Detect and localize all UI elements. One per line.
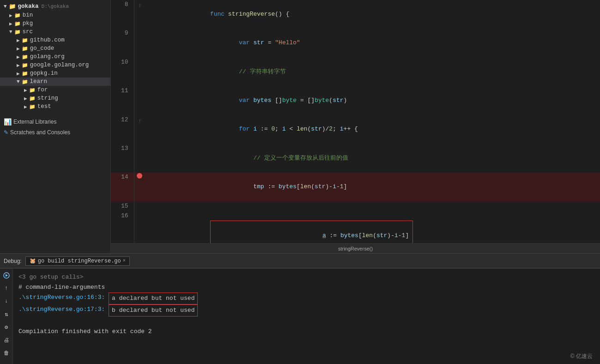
code-line-16: 16 a := bytes[len(str)-i-1] <box>111 211 600 243</box>
debug-output[interactable]: <3 go setup calls> # command-line-argume… <box>13 269 600 364</box>
code-line-13: 13 // 定义一个变量存放从后往前的值 <box>111 144 600 173</box>
debug-output-line-6: Compilation finished with exit code 2 <box>18 327 594 337</box>
sidebar-item-src[interactable]: ▼ 📁 src <box>0 28 110 36</box>
sidebar-label-test: test <box>37 103 51 110</box>
string-expand-icon: ▶ <box>24 95 27 101</box>
debug-output-line-5 <box>18 316 594 327</box>
sidebar-item-string[interactable]: ▶ 📁 string <box>0 94 110 102</box>
code-line-9: 9 var str = "Hello" <box>111 29 600 57</box>
debug-tabs-bar: Debug: 🐹 go build stringReverse.go × <box>0 254 600 269</box>
src-folder-icon: 📁 <box>14 29 21 35</box>
debug-label: Debug: <box>4 258 22 264</box>
github-folder-icon: 📁 <box>22 37 28 43</box>
sidebar-item-test[interactable]: ▶ 📁 test <box>0 102 110 111</box>
debug-up-button[interactable]: ↑ <box>1 283 12 293</box>
debug-output-line-4: .\stringReverse.go:17:3: b declared but … <box>18 304 594 316</box>
sidebar-label-learn: learn <box>30 78 48 85</box>
sidebar-item-gocode[interactable]: ▶ 📁 go_code <box>0 44 110 53</box>
debug-toolbar: ↑ ↓ ⇅ ⚙ 🖨 🗑 <box>0 269 13 364</box>
code-line-8: 8 ┌ func stringReverse() { <box>111 0 600 29</box>
code-line-15: 15 <box>111 202 600 211</box>
sidebar-project-root[interactable]: ▼ 📁 gokaka D:\gokaka <box>0 2 110 11</box>
debug-output-line-2: # command-line-arguments <box>18 282 594 292</box>
line-num-14: 14 <box>111 173 134 201</box>
project-name: gokaka <box>18 3 39 10</box>
code-line-14: 14 tmp := bytes[len(str)-i-1] <box>111 173 600 201</box>
line-code-8: func stringReverse() { <box>145 0 600 29</box>
sidebar-item-bin[interactable]: ▶ 📁 bin <box>0 11 110 19</box>
line-num-16: 16 <box>111 211 134 243</box>
line-code-10: // 字符串转字节 <box>145 58 600 86</box>
error-message-17: b declared but not used <box>109 304 198 316</box>
line-gutter-10 <box>134 58 145 86</box>
debug-tab-close[interactable]: × <box>123 258 126 263</box>
error-path-17: .\stringReverse.go:17:3: <box>18 304 105 315</box>
sidebar-label-golang: golang.org <box>30 54 65 60</box>
sidebar-label-external-libraries: External Libraries <box>13 119 56 125</box>
learn-expand-icon: ▼ <box>17 79 20 84</box>
sidebar-label-gocode: go_code <box>30 45 55 52</box>
sidebar-label-string: string <box>37 95 58 101</box>
golang-expand-icon: ▶ <box>17 54 20 60</box>
debug-print-button[interactable]: 🖨 <box>1 335 12 345</box>
debug-rerun-button[interactable] <box>1 270 12 280</box>
watermark-text: © 亿速云 <box>570 353 593 359</box>
editor-area: 8 ┌ func stringReverse() { 9 <box>111 0 600 253</box>
line-num-13: 13 <box>111 144 134 173</box>
bin-folder-icon: 📁 <box>14 12 21 18</box>
sidebar: ▼ 📁 gokaka D:\gokaka ▶ 📁 bin ▶ 📁 pkg ▼ 📁… <box>0 0 111 253</box>
sidebar-item-pkg[interactable]: ▶ 📁 pkg <box>0 19 110 28</box>
gocode-expand-icon: ▶ <box>17 46 20 52</box>
sidebar-item-learn[interactable]: ▼ 📁 learn <box>0 78 110 86</box>
line-gutter-16 <box>134 211 145 243</box>
command-line-args-text: # command-line-arguments <box>18 282 105 292</box>
sidebar-label-src: src <box>23 29 33 35</box>
debug-sort-button[interactable]: ⇅ <box>1 309 12 319</box>
line-num-12: 12 <box>111 115 134 144</box>
pkg-folder-icon: 📁 <box>14 21 21 27</box>
editor-tab-bar: stringReverse() <box>111 243 600 253</box>
line-code-15 <box>145 202 600 211</box>
line-code-16: a := bytes[len(str)-i-1] <box>145 211 600 243</box>
sidebar-item-golang[interactable]: ▶ 📁 golang.org <box>0 53 110 61</box>
debug-output-line-1: <3 go setup calls> <box>18 272 594 282</box>
line-gutter-11 <box>134 86 145 115</box>
learn-folder-icon: 📁 <box>22 79 28 85</box>
watermark: © 亿速云 <box>570 352 593 360</box>
svg-marker-1 <box>6 274 8 277</box>
breakpoint-14[interactable] <box>137 173 142 179</box>
sidebar-item-github[interactable]: ▶ 📁 github.com <box>0 36 110 44</box>
sidebar-item-for[interactable]: ▶ 📁 for <box>0 86 110 94</box>
pkg-expand-icon: ▶ <box>9 21 12 27</box>
gopkg-folder-icon: 📁 <box>22 71 28 77</box>
ext-lib-graph-icon: 📊 <box>4 118 12 125</box>
test-folder-icon: 📁 <box>29 104 36 110</box>
debug-down-button[interactable]: ↓ <box>1 296 12 306</box>
line-code-9: var str = "Hello" <box>145 29 600 57</box>
line-code-14: tmp := bytes[len(str)-i-1] <box>145 173 600 201</box>
line-num-10: 10 <box>111 58 134 86</box>
debug-tab-go-build[interactable]: 🐹 go build stringReverse.go × <box>25 257 130 266</box>
sidebar-label-bin: bin <box>23 12 33 18</box>
sidebar-item-scratches[interactable]: ✎ Scratches and Consoles <box>0 127 110 137</box>
for-folder-icon: 📁 <box>29 87 36 93</box>
line-gutter-8: ┌ <box>134 0 145 29</box>
sidebar-label-scratches: Scratches and Consoles <box>10 129 70 136</box>
sidebar-item-gopkg[interactable]: ▶ 📁 gopkg.in <box>0 69 110 78</box>
sidebar-label-pkg: pkg <box>23 20 33 27</box>
google-golang-folder-icon: 📁 <box>22 62 28 68</box>
debug-trash-button[interactable]: 🗑 <box>1 348 12 358</box>
src-expand-icon: ▼ <box>9 29 12 35</box>
debug-settings-button[interactable]: ⚙ <box>1 322 12 332</box>
sidebar-item-external-libraries[interactable]: 📊 External Libraries <box>0 116 110 127</box>
sidebar-label-google-golang: google.golang.org <box>30 62 89 68</box>
project-path: D:\gokaka <box>42 4 69 9</box>
line-gutter-14 <box>134 173 145 201</box>
sidebar-item-google-golang[interactable]: ▶ 📁 google.golang.org <box>0 61 110 69</box>
go-setup-text: <3 go setup calls> <box>18 272 83 282</box>
string-folder-icon: 📁 <box>29 95 36 101</box>
code-container: 8 ┌ func stringReverse() { 9 <box>111 0 600 253</box>
code-scroll[interactable]: 8 ┌ func stringReverse() { 9 <box>111 0 600 243</box>
line-code-13: // 定义一个变量存放从后往前的值 <box>145 144 600 173</box>
line-code-11: var bytes []byte = []byte(str) <box>145 86 600 115</box>
